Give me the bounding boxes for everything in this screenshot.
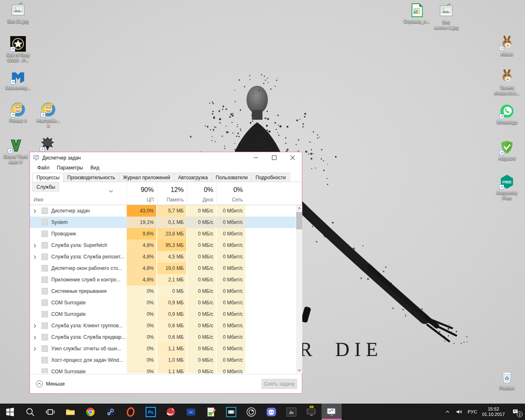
process-row[interactable]: Системные прерывания0%0 МБ0 МБ/с0 Мбит/с xyxy=(30,285,296,297)
scroll-up-icon[interactable] xyxy=(296,205,302,211)
taskbar-bandizip-icon[interactable]: BZ xyxy=(181,404,201,420)
net-cell: 0 Мбит/с xyxy=(217,205,245,217)
hidden-icons-chevron-icon[interactable] xyxy=(442,404,453,420)
desktop-icon-witcher-wolf-6[interactable]: ↗ xyxy=(34,136,62,153)
image-file-icon xyxy=(10,2,26,18)
column-header-disk[interactable]: 0% Диск xyxy=(187,182,216,205)
end-task-button[interactable]: Снять задачу xyxy=(262,379,297,389)
clock[interactable]: 15:52 01.10.2017 xyxy=(480,406,507,417)
desktop-icon-label: WhatsApp xyxy=(493,120,521,125)
taskbar-photoshop-icon[interactable]: Ps xyxy=(141,404,161,420)
process-row[interactable]: COM Surrogate0%0,9 МБ0 МБ/с0 Мбит/с xyxy=(30,297,296,308)
expand-chevron-icon[interactable] xyxy=(33,243,37,247)
desktop-icon-recycle-bin-7[interactable]: ♻Россия xyxy=(493,369,521,391)
process-name: Хост-процесс для задач Wind... xyxy=(51,354,123,366)
process-row[interactable]: Узел службы: отчеты об оши...0%1,1 МБ0 М… xyxy=(30,343,296,354)
desktop-icon-vault-boy-4[interactable]: ↗Настройк... 4 xyxy=(34,102,62,129)
desktop-icon-kaspersky-free-6[interactable]: FREE↗Kaspersky Free xyxy=(493,174,521,201)
desktop-icon-whatsapp-4[interactable]: ↗WhatsApp xyxy=(493,103,521,125)
cpu-cell: 0% xyxy=(127,366,156,373)
taskbar-notes-editor-icon[interactable] xyxy=(201,404,221,420)
process-row[interactable]: Хост-процесс для задач Wind...0%1,0 МБ0 … xyxy=(30,354,296,366)
taskbar-graphics-settings-icon[interactable] xyxy=(281,404,301,420)
process-row[interactable]: Диспетчер окон рабочего сто...4,8%19,0 М… xyxy=(30,262,296,274)
tab[interactable]: Подробности xyxy=(251,173,290,182)
volume-icon[interactable] xyxy=(453,404,465,420)
close-button[interactable] xyxy=(283,152,302,163)
column-header-name[interactable]: Имя xyxy=(34,197,43,203)
scrollbar[interactable] xyxy=(296,205,302,373)
language-indicator[interactable]: РУС xyxy=(465,404,480,420)
taskbar-file-explorer-icon[interactable] xyxy=(60,404,80,420)
process-name: System xyxy=(51,217,68,228)
tab[interactable]: Журнал приложений xyxy=(119,173,174,182)
tab[interactable]: Автозагрузка xyxy=(174,173,212,182)
action-center-icon[interactable]: 2 xyxy=(507,404,524,420)
taskbar-steam-icon[interactable] xyxy=(100,404,121,420)
fewer-details-label: Меньше xyxy=(46,381,65,387)
process-row[interactable]: Служба узла: Superfetch4,8%95,3 МБ0 МБ/с… xyxy=(30,240,296,251)
shortcut-arrow-icon: ↗ xyxy=(499,46,504,51)
taskbar-ccleaner-icon[interactable] xyxy=(161,404,181,420)
expand-chevron-icon[interactable] xyxy=(33,209,37,213)
minimize-button[interactable] xyxy=(247,152,265,163)
expand-chevron-icon[interactable] xyxy=(33,324,37,328)
process-row[interactable]: Служба узла: Служба репозит...4,8%4,5 МБ… xyxy=(30,251,296,262)
desktop-icon-adguard-5[interactable]: ↗Adguard xyxy=(493,139,521,161)
desktop-icon-emule-donkey-3[interactable]: Torrent eMule.lnk.t... xyxy=(493,69,521,96)
vault-boy-icon: ↗ xyxy=(10,102,26,117)
column-header-memory[interactable]: 12% Память xyxy=(157,182,186,205)
taskbar-discord-icon[interactable] xyxy=(261,404,281,420)
net-cell: 0 Мбит/с xyxy=(217,217,245,228)
process-row[interactable]: Диспетчер задач43,0%5,7 МБ0 МБ/с0 Мбит/с xyxy=(30,205,296,217)
fewer-details-button[interactable]: Меньше xyxy=(36,380,65,388)
expand-chevron-icon[interactable] xyxy=(33,335,37,339)
net-cell: 0 Мбит/с xyxy=(217,331,245,343)
process-row[interactable]: Приложение служб и контро...4,8%2,1 МБ0 … xyxy=(30,274,296,285)
desktop-icon-vault-boy-3[interactable]: ↗Fallout 4 xyxy=(4,102,32,123)
desktop-icon-cod-star-1[interactable]: ↗Call of Duty WWII - P... xyxy=(4,36,32,63)
mem-cell: 5,7 МБ xyxy=(157,205,186,217)
column-header-cpu[interactable]: 90% ЦП xyxy=(127,182,156,205)
desktop-icon-emule-donkey-2[interactable]: ↗eMule xyxy=(493,35,521,57)
process-row[interactable]: COM Surrogate0%1,1 МБ0 МБ/с0 Мбит/с xyxy=(30,366,296,373)
expand-chevron-icon[interactable] xyxy=(33,347,37,351)
desktop-icon-gta-v-5[interactable]: ↗Grand Theft Auto V xyxy=(2,138,30,165)
taskbar-chrome-icon[interactable] xyxy=(80,404,100,420)
process-row[interactable]: Проводник9,6%23,8 МБ0 МБ/с0 Мбит/с xyxy=(30,228,296,240)
cpu-cell: 43,0% xyxy=(127,205,156,217)
maximize-button[interactable] xyxy=(265,152,283,163)
taskbar-video-editor-icon[interactable] xyxy=(221,404,241,420)
desktop-icon-libre-calc-0[interactable]: Справка_о... xyxy=(403,2,431,24)
process-row[interactable]: System19,1%0,1 МБ0 МБ/с0 Мбит/с xyxy=(30,217,296,228)
taskbar-origin-icon[interactable] xyxy=(121,404,141,420)
menu-item[interactable]: Файл xyxy=(34,163,53,171)
taskbar-obs-studio-icon[interactable] xyxy=(241,404,261,420)
process-name: Системные прерывания xyxy=(51,285,107,297)
title-bar[interactable]: Диспетчер задач xyxy=(30,152,302,163)
desktop-icon-image-file-1[interactable]: Без имени-1.jpg xyxy=(432,3,460,30)
disk-cell: 0 МБ/с xyxy=(187,297,216,308)
scroll-down-icon[interactable] xyxy=(296,367,302,373)
taskbar-search-icon[interactable] xyxy=(20,404,40,420)
desktop-icon-malwarebytes-m-2[interactable]: ↗Malwareby... xyxy=(4,69,32,91)
desktop-icon-image-file-0[interactable]: Без 21.jpg xyxy=(4,2,32,24)
taskbar-start-icon[interactable] xyxy=(0,404,20,420)
tab[interactable]: Процессы xyxy=(32,173,64,182)
scrollbar-thumb[interactable] xyxy=(296,212,302,229)
process-row[interactable]: Служба узла: Служба предвар...0%0,6 МБ0 … xyxy=(30,331,296,343)
task-manager-app-icon xyxy=(33,155,39,161)
taskbar-task-manager-icon[interactable] xyxy=(322,404,342,420)
column-header-network[interactable]: 0% Сеть xyxy=(217,182,245,205)
process-row[interactable]: COM Surrogate0%0,9 МБ0 МБ/с0 Мбит/с xyxy=(30,308,296,320)
menu-item[interactable]: Вид xyxy=(87,163,103,171)
disk-cell: 0 МБ/с xyxy=(187,285,216,297)
process-row[interactable]: Служба узла: Клиент группов...0%0,6 МБ0 … xyxy=(30,320,296,331)
menu-item[interactable]: Параметры xyxy=(53,163,87,171)
taskbar-monitor-meter-icon[interactable]: 99 xyxy=(301,404,322,420)
cpu-cell: 4,8% xyxy=(127,251,156,262)
taskbar-task-view-icon[interactable] xyxy=(40,404,60,420)
tab[interactable]: Пользователи xyxy=(212,173,252,182)
tab[interactable]: Производительность xyxy=(63,173,119,182)
expand-chevron-icon[interactable] xyxy=(33,255,37,259)
